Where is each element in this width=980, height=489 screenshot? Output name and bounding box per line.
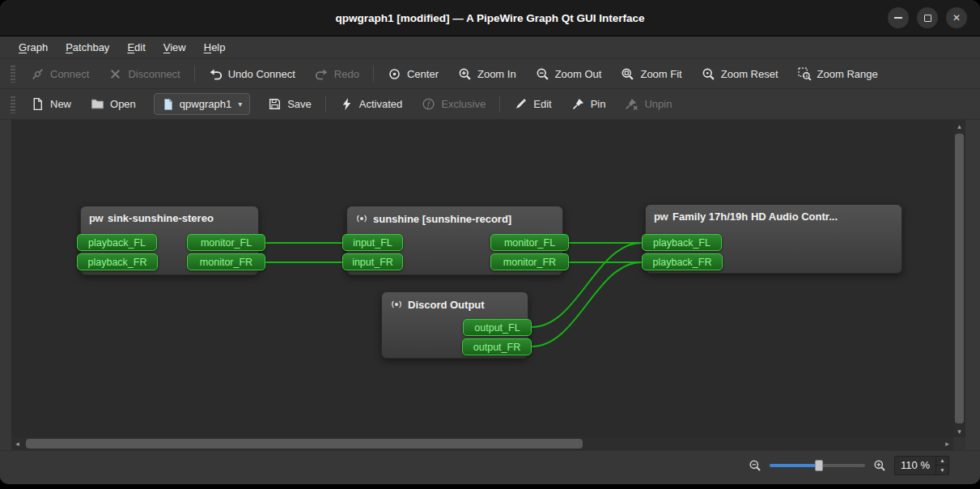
port-family-playback-fr[interactable]: playback_FR bbox=[642, 253, 723, 270]
exclusive-toggle[interactable]: f Exclusive bbox=[412, 92, 495, 117]
center-target-icon bbox=[388, 67, 401, 81]
unpin-button[interactable]: Unpin bbox=[615, 92, 681, 117]
disconnect-icon bbox=[108, 67, 122, 81]
zoom-spinbox[interactable]: 110 % ▲ ▼ bbox=[894, 456, 949, 475]
zoom-fit-button[interactable]: Zoom Fit bbox=[611, 62, 691, 86]
exclusive-icon: f bbox=[422, 97, 435, 111]
minimize-button[interactable] bbox=[888, 7, 909, 28]
port-sink-monitor-fl[interactable]: monitor_FL bbox=[187, 234, 265, 251]
node-header: pw sink-sunshine-stereo bbox=[81, 206, 258, 230]
node-title: sunshine [sunshine-record] bbox=[373, 213, 511, 225]
activated-toggle[interactable]: Activated bbox=[330, 92, 412, 117]
unpin-label: Unpin bbox=[644, 98, 672, 110]
menu-help[interactable]: Help bbox=[195, 38, 235, 57]
zoom-fit-icon bbox=[621, 67, 634, 81]
scroll-left-arrow[interactable]: ◂ bbox=[11, 437, 23, 450]
port-sunshine-monitor-fr[interactable]: monitor_FR bbox=[490, 253, 569, 270]
redo-button[interactable]: Redo bbox=[305, 62, 369, 86]
port-sink-playback-fl[interactable]: playback_FL bbox=[77, 234, 157, 251]
redo-arrow-icon bbox=[315, 67, 329, 81]
menu-view[interactable]: View bbox=[155, 38, 195, 57]
edit-label: Edit bbox=[533, 98, 551, 110]
toolbar-drag-handle[interactable] bbox=[11, 96, 15, 113]
svg-text:f: f bbox=[427, 100, 431, 108]
zoom-reset-button[interactable]: Zoom Reset bbox=[692, 62, 788, 86]
zoom-value: 110 % bbox=[895, 457, 935, 474]
statusbar-zoom-out-button[interactable] bbox=[749, 459, 762, 472]
zoom-out-icon bbox=[749, 459, 762, 472]
statusbar: 110 % ▲ ▼ bbox=[0, 450, 980, 479]
connect-button[interactable]: Connect bbox=[21, 62, 99, 86]
pin-icon bbox=[571, 97, 585, 111]
center-button[interactable]: Center bbox=[378, 62, 448, 86]
new-file-icon bbox=[31, 97, 45, 111]
plug-icon bbox=[31, 67, 45, 81]
toolbar-separator bbox=[373, 66, 374, 82]
redo-label: Redo bbox=[334, 68, 359, 80]
pipewire-icon: pw bbox=[654, 211, 668, 222]
close-button[interactable]: ✕ bbox=[946, 7, 967, 28]
zoom-out-label: Zoom Out bbox=[555, 68, 602, 80]
toolbar-drag-handle[interactable] bbox=[11, 65, 15, 83]
exclusive-label: Exclusive bbox=[441, 98, 486, 110]
port-discord-output-fl[interactable]: output_FL bbox=[463, 319, 532, 336]
spin-down-button[interactable]: ▼ bbox=[936, 466, 948, 474]
titlebar[interactable]: qpwgraph1 [modified] — A PipeWire Graph … bbox=[0, 0, 980, 36]
activated-label: Activated bbox=[359, 98, 402, 110]
pipewire-icon: pw bbox=[89, 213, 103, 223]
center-label: Center bbox=[407, 68, 439, 80]
vertical-scrollbar[interactable]: ▴ ▾ bbox=[953, 120, 965, 437]
graph-canvas[interactable]: pw sink-sunshine-stereo sunshine [sunshi… bbox=[11, 120, 953, 437]
zoom-range-label: Zoom Range bbox=[817, 68, 878, 80]
port-discord-output-fr[interactable]: output_FR bbox=[462, 338, 532, 355]
zoom-slider[interactable] bbox=[770, 458, 865, 473]
graph-toolbar: Connect Disconnect Undo Connect Redo bbox=[0, 59, 980, 89]
vertical-scrollbar-thumb[interactable] bbox=[955, 134, 964, 423]
edit-toggle[interactable]: Edit bbox=[504, 92, 561, 117]
port-sink-monitor-fr[interactable]: monitor_FR bbox=[187, 253, 265, 270]
save-label: Save bbox=[287, 98, 312, 110]
horizontal-scrollbar-thumb[interactable] bbox=[26, 439, 583, 449]
app-window: qpwgraph1 [modified] — A PipeWire Graph … bbox=[0, 0, 980, 484]
undo-connect-button[interactable]: Undo Connect bbox=[199, 62, 305, 86]
open-button[interactable]: Open bbox=[81, 92, 146, 117]
port-sunshine-input-fr[interactable]: input_FR bbox=[342, 253, 403, 270]
new-button[interactable]: New bbox=[21, 92, 81, 117]
lightning-icon bbox=[340, 97, 354, 111]
port-sink-playback-fr[interactable]: playback_FR bbox=[77, 253, 158, 270]
scroll-right-arrow[interactable]: ▸ bbox=[941, 437, 953, 450]
node-header: Discord Output bbox=[382, 292, 528, 317]
menu-graph[interactable]: Graph bbox=[10, 38, 57, 57]
save-button[interactable]: Save bbox=[258, 92, 321, 117]
zoom-range-button[interactable]: Zoom Range bbox=[788, 62, 888, 86]
spin-up-button[interactable]: ▲ bbox=[936, 457, 948, 466]
zoom-slider-handle[interactable] bbox=[815, 460, 823, 471]
toolbar-separator bbox=[499, 96, 500, 113]
node-header: pw Family 17h/19h HD Audio Contr... bbox=[646, 205, 902, 228]
port-sunshine-input-fl[interactable]: input_FL bbox=[342, 234, 403, 251]
port-sunshine-monitor-fl[interactable]: monitor_FL bbox=[490, 234, 569, 251]
session-selector[interactable]: qpwgraph1 ▾ bbox=[154, 93, 250, 115]
horizontal-scrollbar[interactable]: ◂ ▸ bbox=[11, 437, 953, 450]
zoom-in-button[interactable]: Zoom In bbox=[448, 62, 526, 86]
spinbox-arrows: ▲ ▼ bbox=[935, 457, 948, 474]
port-family-playback-fl[interactable]: playback_FL bbox=[642, 234, 722, 251]
maximize-button[interactable] bbox=[917, 7, 938, 28]
node-header: sunshine [sunshine-record] bbox=[347, 206, 562, 231]
disconnect-button[interactable]: Disconnect bbox=[99, 62, 189, 86]
connect-label: Connect bbox=[50, 68, 89, 80]
zoom-in-icon bbox=[873, 459, 886, 472]
toolbar-separator bbox=[325, 96, 326, 113]
session-name: qpwgraph1 bbox=[180, 98, 231, 110]
scroll-down-arrow[interactable]: ▾ bbox=[953, 425, 965, 437]
menu-edit[interactable]: Edit bbox=[118, 38, 154, 57]
pencil-icon bbox=[514, 97, 528, 111]
pin-button[interactable]: Pin bbox=[562, 92, 616, 117]
node-title: Discord Output bbox=[408, 299, 485, 311]
scroll-up-arrow[interactable]: ▴ bbox=[953, 120, 965, 132]
save-icon bbox=[268, 97, 282, 111]
menu-patchbay[interactable]: Patchbay bbox=[57, 38, 118, 57]
zoom-out-button[interactable]: Zoom Out bbox=[526, 62, 612, 86]
statusbar-zoom-in-button[interactable] bbox=[873, 459, 886, 472]
window-controls: ✕ bbox=[888, 0, 967, 36]
